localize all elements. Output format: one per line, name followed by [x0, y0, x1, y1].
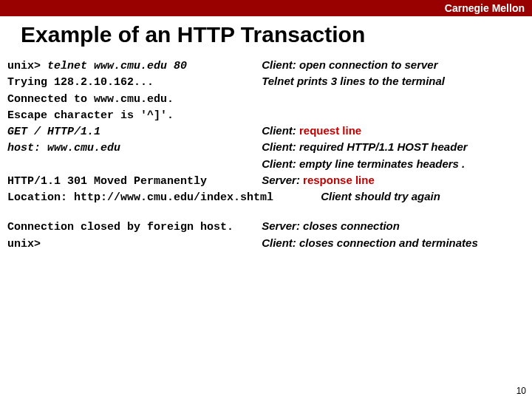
- code-line-8: HTTP/1.1 301 Moved Permanently: [7, 174, 259, 189]
- code-line-10: Connection closed by foreign host.: [7, 220, 259, 235]
- top-brand-bar: Carnegie Mellon: [0, 0, 532, 16]
- slide-body: unix> telnet www.cmu.edu 80 Client: open…: [7, 58, 532, 252]
- code-line-6: host: www.cmu.edu: [7, 141, 259, 156]
- slide-title: Example of an HTTP Transaction: [21, 22, 532, 47]
- annotation-8: Server: response line: [262, 173, 375, 188]
- annotation-1: Client: open connection to server: [262, 58, 437, 72]
- annotation-7: Client: empty line terminates headers .: [262, 157, 465, 171]
- annotation-10: Server: closes connection: [262, 219, 400, 233]
- code-line-2: Trying 128.2.10.162...: [7, 75, 259, 90]
- code-line-5: GET / HTTP/1.1: [7, 125, 259, 140]
- page-number: 10: [516, 386, 526, 396]
- code-line-1: unix> telnet www.cmu.edu 80: [7, 59, 259, 74]
- code-line-11: unix>: [7, 237, 259, 252]
- annotation-9: Client should try again: [321, 189, 440, 204]
- annotation-11: Client: closes connection and terminates: [262, 236, 478, 250]
- code-line-4: Escape character is '^]'.: [7, 109, 259, 123]
- annotation-5: Client: request line: [262, 123, 361, 138]
- annotation-2: Telnet prints 3 lines to the terminal: [262, 74, 445, 89]
- brand-label: Carnegie Mellon: [445, 2, 525, 14]
- code-line-9: Location: http://www.cmu.edu/index.shtml: [7, 191, 318, 205]
- code-line-7-blank: [7, 158, 259, 173]
- annotation-6: Client: required HTTP/1.1 HOST header: [262, 140, 467, 154]
- code-line-3: Connected to www.cmu.edu.: [7, 92, 259, 107]
